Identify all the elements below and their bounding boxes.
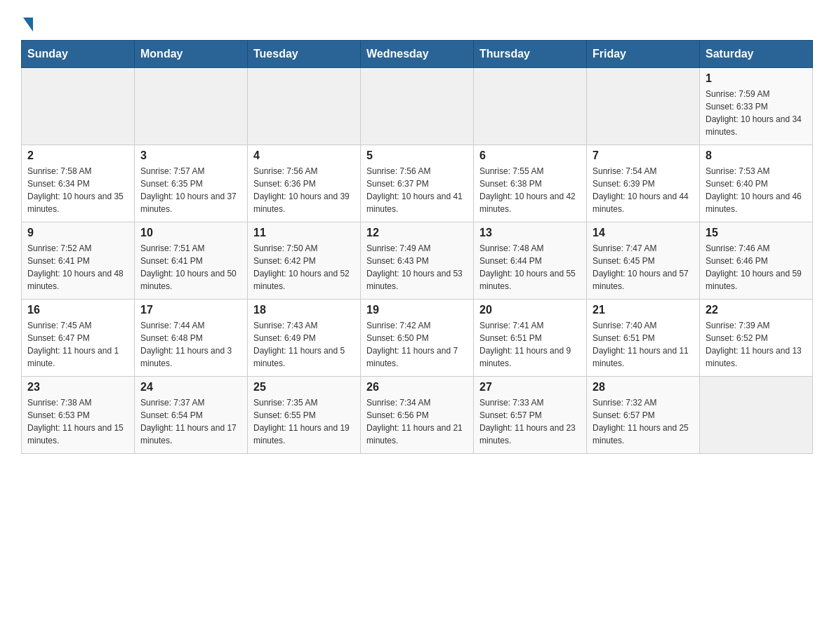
calendar-cell: 20Sunrise: 7:41 AMSunset: 6:51 PMDayligh… [474, 300, 587, 377]
day-info: Sunrise: 7:52 AMSunset: 6:41 PMDaylight:… [27, 242, 128, 293]
calendar-week-row: 9Sunrise: 7:52 AMSunset: 6:41 PMDaylight… [22, 222, 813, 300]
calendar-cell: 8Sunrise: 7:53 AMSunset: 6:40 PMDaylight… [700, 145, 813, 222]
day-number: 28 [593, 381, 694, 394]
calendar-cell: 1Sunrise: 7:59 AMSunset: 6:33 PMDaylight… [700, 68, 813, 145]
day-number: 20 [479, 304, 581, 316]
day-info: Sunrise: 7:51 AMSunset: 6:41 PMDaylight:… [140, 242, 241, 293]
day-number: 7 [593, 149, 694, 162]
weekday-header-sunday: Sunday [22, 41, 135, 68]
day-info: Sunrise: 7:55 AMSunset: 6:38 PMDaylight:… [479, 165, 581, 215]
day-info: Sunrise: 7:45 AMSunset: 6:47 PMDaylight:… [27, 319, 128, 370]
calendar-cell: 2Sunrise: 7:58 AMSunset: 6:34 PMDaylight… [22, 145, 135, 222]
day-info: Sunrise: 7:37 AMSunset: 6:54 PMDaylight:… [140, 396, 241, 447]
day-number: 4 [253, 149, 355, 162]
page-header [21, 14, 813, 26]
calendar-week-row: 1Sunrise: 7:59 AMSunset: 6:33 PMDaylight… [22, 68, 813, 145]
day-info: Sunrise: 7:54 AMSunset: 6:39 PMDaylight:… [593, 165, 694, 215]
calendar-table: SundayMondayTuesdayWednesdayThursdayFrid… [21, 40, 813, 454]
day-number: 24 [140, 381, 241, 394]
calendar-cell [22, 68, 135, 145]
day-info: Sunrise: 7:43 AMSunset: 6:49 PMDaylight:… [253, 319, 355, 370]
day-number: 27 [479, 381, 581, 394]
calendar-cell: 16Sunrise: 7:45 AMSunset: 6:47 PMDayligh… [22, 300, 135, 377]
day-number: 22 [706, 304, 807, 316]
day-number: 11 [253, 227, 355, 239]
calendar-cell: 7Sunrise: 7:54 AMSunset: 6:39 PMDaylight… [587, 145, 700, 222]
calendar-cell: 25Sunrise: 7:35 AMSunset: 6:55 PMDayligh… [248, 377, 361, 454]
calendar-cell: 23Sunrise: 7:38 AMSunset: 6:53 PMDayligh… [22, 377, 135, 454]
calendar-cell: 19Sunrise: 7:42 AMSunset: 6:50 PMDayligh… [361, 300, 474, 377]
day-info: Sunrise: 7:33 AMSunset: 6:57 PMDaylight:… [479, 396, 581, 447]
day-number: 2 [27, 149, 128, 162]
calendar-cell: 5Sunrise: 7:56 AMSunset: 6:37 PMDaylight… [361, 145, 474, 222]
day-info: Sunrise: 7:58 AMSunset: 6:34 PMDaylight:… [27, 165, 128, 215]
day-info: Sunrise: 7:53 AMSunset: 6:40 PMDaylight:… [706, 165, 807, 215]
calendar-cell: 6Sunrise: 7:55 AMSunset: 6:38 PMDaylight… [474, 145, 587, 222]
day-number: 23 [27, 381, 128, 394]
calendar-cell [587, 68, 700, 145]
day-info: Sunrise: 7:46 AMSunset: 6:46 PMDaylight:… [706, 242, 807, 293]
calendar-cell: 10Sunrise: 7:51 AMSunset: 6:41 PMDayligh… [135, 222, 248, 300]
calendar-cell: 27Sunrise: 7:33 AMSunset: 6:57 PMDayligh… [474, 377, 587, 454]
day-info: Sunrise: 7:39 AMSunset: 6:52 PMDaylight:… [706, 319, 807, 370]
weekday-header-wednesday: Wednesday [361, 41, 474, 68]
calendar-cell: 15Sunrise: 7:46 AMSunset: 6:46 PMDayligh… [700, 222, 813, 300]
calendar-cell [135, 68, 248, 145]
calendar-cell [474, 68, 587, 145]
day-info: Sunrise: 7:50 AMSunset: 6:42 PMDaylight:… [253, 242, 355, 293]
day-number: 16 [27, 304, 128, 316]
weekday-header-friday: Friday [587, 41, 700, 68]
logo [21, 14, 33, 26]
calendar-cell: 9Sunrise: 7:52 AMSunset: 6:41 PMDaylight… [22, 222, 135, 300]
day-number: 13 [479, 227, 581, 239]
day-number: 1 [706, 72, 807, 85]
day-info: Sunrise: 7:35 AMSunset: 6:55 PMDaylight:… [253, 396, 355, 447]
calendar-cell: 24Sunrise: 7:37 AMSunset: 6:54 PMDayligh… [135, 377, 248, 454]
day-number: 18 [253, 304, 355, 316]
day-number: 25 [253, 381, 355, 394]
calendar-week-row: 23Sunrise: 7:38 AMSunset: 6:53 PMDayligh… [22, 377, 813, 454]
day-info: Sunrise: 7:56 AMSunset: 6:36 PMDaylight:… [253, 165, 355, 215]
calendar-cell: 21Sunrise: 7:40 AMSunset: 6:51 PMDayligh… [587, 300, 700, 377]
day-number: 26 [366, 381, 468, 394]
day-number: 17 [140, 304, 241, 316]
calendar-cell: 3Sunrise: 7:57 AMSunset: 6:35 PMDaylight… [135, 145, 248, 222]
calendar-cell: 22Sunrise: 7:39 AMSunset: 6:52 PMDayligh… [700, 300, 813, 377]
day-info: Sunrise: 7:34 AMSunset: 6:56 PMDaylight:… [366, 396, 468, 447]
calendar-cell: 28Sunrise: 7:32 AMSunset: 6:57 PMDayligh… [587, 377, 700, 454]
day-info: Sunrise: 7:42 AMSunset: 6:50 PMDaylight:… [366, 319, 468, 370]
calendar-cell: 18Sunrise: 7:43 AMSunset: 6:49 PMDayligh… [248, 300, 361, 377]
calendar-cell [700, 377, 813, 454]
day-info: Sunrise: 7:47 AMSunset: 6:45 PMDaylight:… [593, 242, 694, 293]
day-number: 21 [593, 304, 694, 316]
day-info: Sunrise: 7:41 AMSunset: 6:51 PMDaylight:… [479, 319, 581, 370]
day-number: 15 [706, 227, 807, 239]
day-number: 14 [593, 227, 694, 239]
day-number: 12 [366, 227, 468, 239]
day-number: 5 [366, 149, 468, 162]
calendar-week-row: 16Sunrise: 7:45 AMSunset: 6:47 PMDayligh… [22, 300, 813, 377]
weekday-header-row: SundayMondayTuesdayWednesdayThursdayFrid… [22, 41, 813, 68]
calendar-cell: 4Sunrise: 7:56 AMSunset: 6:36 PMDaylight… [248, 145, 361, 222]
day-number: 6 [479, 149, 581, 162]
day-info: Sunrise: 7:40 AMSunset: 6:51 PMDaylight:… [593, 319, 694, 370]
day-number: 3 [140, 149, 241, 162]
weekday-header-thursday: Thursday [474, 41, 587, 68]
day-number: 19 [366, 304, 468, 316]
calendar-cell: 13Sunrise: 7:48 AMSunset: 6:44 PMDayligh… [474, 222, 587, 300]
calendar-cell: 26Sunrise: 7:34 AMSunset: 6:56 PMDayligh… [361, 377, 474, 454]
calendar-cell: 11Sunrise: 7:50 AMSunset: 6:42 PMDayligh… [248, 222, 361, 300]
weekday-header-saturday: Saturday [700, 41, 813, 68]
day-number: 10 [140, 227, 241, 239]
logo-arrow-icon [23, 18, 33, 32]
day-info: Sunrise: 7:38 AMSunset: 6:53 PMDaylight:… [27, 396, 128, 447]
calendar-cell [248, 68, 361, 145]
weekday-header-monday: Monday [135, 41, 248, 68]
calendar-week-row: 2Sunrise: 7:58 AMSunset: 6:34 PMDaylight… [22, 145, 813, 222]
day-info: Sunrise: 7:48 AMSunset: 6:44 PMDaylight:… [479, 242, 581, 293]
calendar-cell [361, 68, 474, 145]
calendar-cell: 17Sunrise: 7:44 AMSunset: 6:48 PMDayligh… [135, 300, 248, 377]
weekday-header-tuesday: Tuesday [248, 41, 361, 68]
day-info: Sunrise: 7:49 AMSunset: 6:43 PMDaylight:… [366, 242, 468, 293]
day-info: Sunrise: 7:32 AMSunset: 6:57 PMDaylight:… [593, 396, 694, 447]
